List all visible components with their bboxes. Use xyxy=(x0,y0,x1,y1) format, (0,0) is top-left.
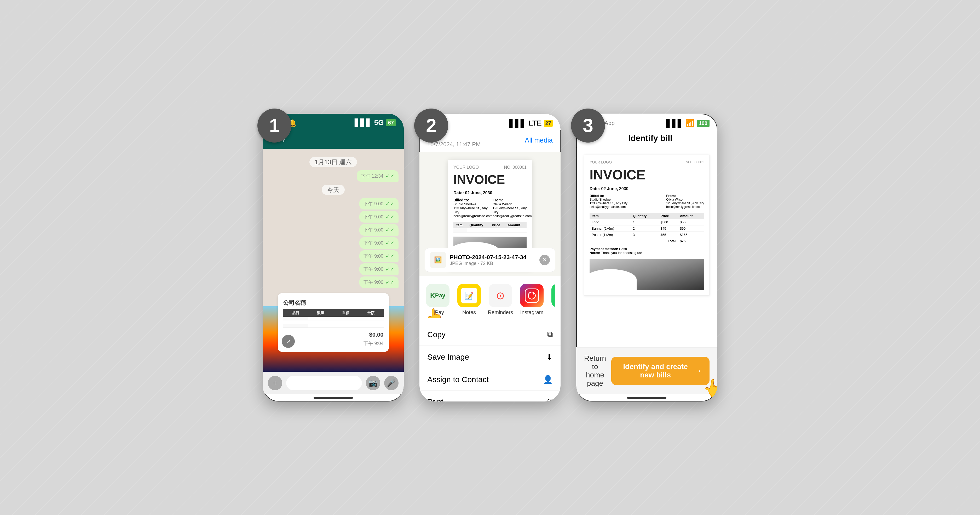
copy-icon: ⧉ xyxy=(547,330,553,339)
checkmark-icon: ✓✓ xyxy=(385,173,395,179)
camera-button[interactable]: 📷 xyxy=(366,376,380,390)
date-label-3: Date: xyxy=(590,187,600,191)
share-app-instagram[interactable]: Instagram xyxy=(519,284,545,316)
message-text-input[interactable] xyxy=(286,376,362,390)
notes-value: Thank you for choosing us! xyxy=(601,251,642,255)
col-item: Item xyxy=(453,222,467,228)
step2-wrapper: 2 11:47 ▋▋▋ LTE 27 You 15/7/2024, 11:47 … xyxy=(420,114,560,402)
invoice-card[interactable]: 公司名稱 品目数量単価金額 xyxy=(268,293,399,352)
col-item-3: Item xyxy=(590,213,631,219)
print-icon: 🖨 xyxy=(545,397,553,402)
whatsapp-icon: 💬 xyxy=(551,284,555,307)
billed-to-label: Billed to: xyxy=(453,198,493,202)
instagram-label: Instagram xyxy=(520,309,544,316)
page-title: Identify bill xyxy=(591,133,710,143)
date-divider-jan: 1月13日 週六 xyxy=(268,158,399,166)
kpay-app-wrapper: KPay KPay 👆 xyxy=(425,284,451,316)
table-row xyxy=(453,228,527,233)
battery-indicator: 67 xyxy=(386,119,396,126)
share-app-notes[interactable]: 📝 Notes xyxy=(456,284,482,316)
share-button[interactable]: ↗ xyxy=(282,335,295,348)
invoice-logo-row: YOUR LOGO NO. 000001 xyxy=(453,165,527,170)
action-assign-contact[interactable]: Assign to Contact 👤 xyxy=(420,368,560,391)
payment-label: Payment method: xyxy=(590,247,618,251)
checkmark-icon-8: ✓✓ xyxy=(385,279,395,285)
notes-icon: 📝 xyxy=(457,284,481,307)
from-email: hello@reallygreatsite.com xyxy=(493,214,532,218)
message-bubble-8: 下午 9:00 ✓✓ xyxy=(360,276,399,288)
from-addr: 123 Anywhere St., Any City xyxy=(493,206,532,214)
action-save-image[interactable]: Save Image ⬇ xyxy=(420,346,560,368)
billed-to-name: Studio Shodwe xyxy=(453,202,493,206)
message-bubble-1: 下午 12:34 ✓✓ xyxy=(357,170,399,182)
invoice-display-area: YOUR LOGO NO. 000001 INVOICE Date: 02 Ju… xyxy=(420,152,560,276)
billed-to-addr: 123 Anywhere St., Any City xyxy=(453,206,493,214)
mic-button[interactable]: 🎤 xyxy=(384,376,399,390)
invoice-table-3: Item Quantity Price Amount Logo 1 $500 xyxy=(590,213,704,244)
checkmark-icon-5: ✓✓ xyxy=(385,240,395,246)
5g-label: 5G xyxy=(374,118,383,127)
total-value: $755 xyxy=(678,238,704,244)
main-container: 1 9:05 🔔 ▋▋▋ 5G 67 ‹ 14 xyxy=(247,98,733,417)
plus-button[interactable]: + xyxy=(268,376,282,390)
all-media-button[interactable]: All media xyxy=(525,136,553,144)
billed-to-email: hello@reallygreatsite.com xyxy=(453,214,493,218)
wifi-icon: 📶 xyxy=(686,119,695,128)
checkmark-icon-7: ✓✓ xyxy=(385,266,395,272)
from-3: From: Olivia Wilson 123 Anywhere St., An… xyxy=(666,194,704,209)
from-label-3: From: xyxy=(666,194,704,198)
invoice-message-time: 下午 9:04 xyxy=(283,340,383,346)
message-bubble-4: 下午 9:00 ✓✓ xyxy=(360,224,399,236)
table-row: Banner (2x6m) 2 $45 $90 xyxy=(590,225,704,231)
invoice-title: INVOICE xyxy=(453,172,527,187)
action-copy[interactable]: Copy ⧉ xyxy=(420,323,560,346)
invoice-title-3: INVOICE xyxy=(590,167,704,183)
identify-bills-button[interactable]: Identify and create new bills → xyxy=(611,357,710,385)
logo-left-3: YOUR LOGO xyxy=(590,160,612,164)
file-thumbnail: 🖼️ xyxy=(430,252,446,268)
return-home-button[interactable]: Return to home page xyxy=(584,354,606,387)
home-indicator-3 xyxy=(627,397,667,399)
invoice-date-3: Date: 02 June, 2030 xyxy=(590,187,704,191)
phone2: 11:47 ▋▋▋ LTE 27 You 15/7/2024, 11:47 PM… xyxy=(420,114,560,402)
message-bubble-5: 下午 9:00 ✓✓ xyxy=(360,237,399,249)
billed-to-label-3: Billed to: xyxy=(590,194,627,198)
billed-to-name-3: Studio Shodwe xyxy=(590,198,627,201)
billed-to-addr-3: 123 Anywhere St., Any City xyxy=(590,201,627,205)
lte-badge: 27 xyxy=(544,120,553,127)
action-footer: Return to home page Identify and create … xyxy=(576,348,718,394)
table-row: Poster (1x2m) 3 $55 $165 xyxy=(590,231,704,238)
invoice-parties-3: Billed to: Studio Shodwe 123 Anywhere St… xyxy=(590,194,704,209)
invoice3-logo-row: YOUR LOGO NO. 000001 xyxy=(590,160,704,164)
close-button[interactable]: ✕ xyxy=(539,255,550,265)
instagram-icon xyxy=(520,284,544,307)
invoice-notes-row: Notes: Thank you for choosing us! xyxy=(590,251,704,255)
col-qty-3: Quantity xyxy=(631,213,658,219)
invoice-company-name: 公司名稱 xyxy=(283,298,383,307)
step2-badge: 2 xyxy=(414,108,448,142)
from-name-3: Olivia Wilson xyxy=(666,198,704,201)
step3-wrapper: 3 :30 atsApp ▋▋▋ 📶 100 ‹ Identify bill xyxy=(576,114,718,402)
save-icon: ⬇ xyxy=(546,352,553,362)
share-app-reminders[interactable]: ⊙ Reminders xyxy=(487,284,514,316)
table-row: Logo 1 $500 $500 xyxy=(590,219,704,225)
save-image-label: Save Image xyxy=(427,352,469,362)
file-type-size: JPEG Image · 72 KB xyxy=(450,261,536,266)
share-app-whatsapp[interactable]: 💬 Wh... xyxy=(550,284,555,316)
reminders-icon: ⊙ xyxy=(489,284,512,307)
identify-button-wrapper: Identify and create new bills → 👆 xyxy=(611,357,710,385)
contact-icon: 👤 xyxy=(543,375,553,384)
invoice-no-3: NO. 000001 xyxy=(686,160,704,164)
copy-label: Copy xyxy=(427,330,445,339)
file-info-bar: 🖼️ PHOTO-2024-07-15-23-47-34 JPEG Image … xyxy=(425,248,555,272)
message-bubble-6: 下午 9:00 ✓✓ xyxy=(360,250,399,262)
from-name: Olivia Wilson xyxy=(493,202,532,206)
step1-badge: 1 xyxy=(258,108,291,142)
notes-label: Notes xyxy=(462,309,476,316)
total-row: Total $755 xyxy=(590,238,704,244)
action-print[interactable]: Print 🖨 xyxy=(420,391,560,402)
billed-to-3: Billed to: Studio Shodwe 123 Anywhere St… xyxy=(590,194,627,209)
invoice-parties: Billed to: Studio Shodwe 123 Anywhere St… xyxy=(453,198,527,218)
checkmark-icon-4: ✓✓ xyxy=(385,227,395,233)
signal-icon-2: ▋▋▋ xyxy=(509,119,526,128)
